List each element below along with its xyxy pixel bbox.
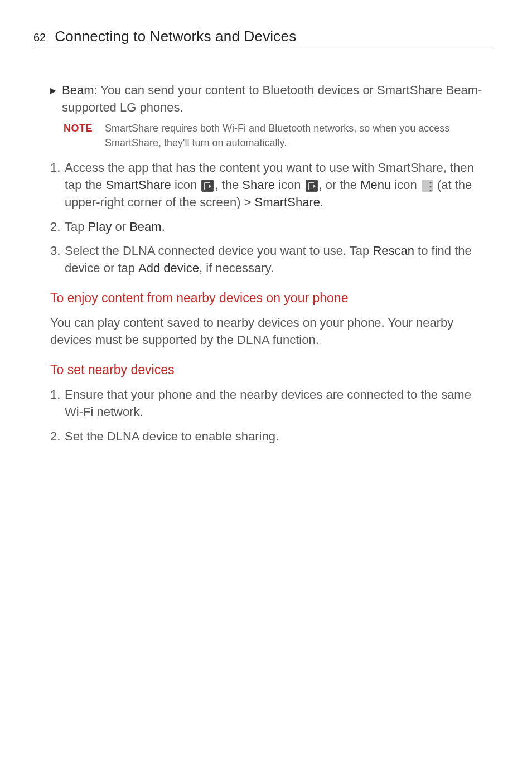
nearby-step-1: 1. Ensure that your phone and the nearby… [50, 386, 487, 420]
note: NOTE SmartShare requires both Wi-Fi and … [64, 122, 487, 149]
nearby-step-2: 2. Set the DLNA device to enable sharing… [50, 428, 487, 445]
beam-text: : You can send your content to Bluetooth… [62, 83, 482, 114]
page-number: 62 [33, 31, 46, 44]
step-marker: 2. [50, 218, 65, 235]
page-content: ▶ Beam: You can send your content to Blu… [39, 81, 493, 445]
beam-bullet: ▶ Beam: You can send your content to Blu… [50, 81, 487, 116]
step-text: Access the app that has the content you … [65, 159, 487, 211]
step-marker: 1. [50, 159, 65, 211]
page-header: 62 Connecting to Networks and Devices [33, 28, 493, 49]
step-text: Ensure that your phone and the nearby de… [65, 386, 487, 420]
step-text: Tap Play or Beam. [65, 218, 487, 235]
step-marker: 3. [50, 242, 65, 277]
share-icon [306, 180, 318, 192]
step-marker: 2. [50, 428, 65, 445]
bullet-text: Beam: You can send your content to Bluet… [62, 81, 487, 116]
heading-set-nearby: To set nearby devices [50, 361, 487, 379]
header-title: Connecting to Networks and Devices [55, 28, 296, 45]
bullet-icon: ▶ [50, 85, 56, 116]
note-label: NOTE [64, 122, 93, 149]
menu-icon [422, 180, 433, 192]
step-marker: 1. [50, 386, 65, 420]
step-text: Select the DLNA connected device you wan… [65, 242, 487, 277]
step-2: 2. Tap Play or Beam. [50, 218, 487, 235]
step-3: 3. Select the DLNA connected device you … [50, 242, 487, 277]
heading-enjoy-content: To enjoy content from nearby devices on … [50, 289, 487, 307]
beam-label: Beam [62, 83, 94, 97]
step-text: Set the DLNA device to enable sharing. [65, 428, 487, 445]
step-1: 1. Access the app that has the content y… [50, 159, 487, 211]
para-enjoy-content: You can play content saved to nearby dev… [50, 314, 487, 348]
smartshare-icon [201, 180, 214, 192]
note-text: SmartShare requires both Wi-Fi and Bluet… [105, 122, 487, 149]
